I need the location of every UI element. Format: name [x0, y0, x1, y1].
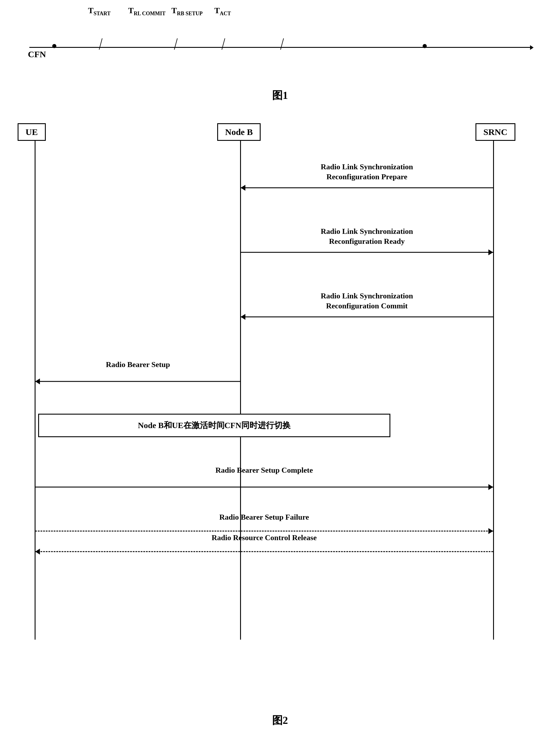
t-act-dot	[423, 44, 427, 48]
arrow-rl-sync-commit: Radio Link SynchronizationReconfiguratio…	[241, 308, 493, 326]
rb-setup-label: Radio Bearer Setup	[35, 360, 241, 370]
lifeline-nodeb	[240, 141, 241, 640]
arrow-head-commit	[241, 314, 245, 320]
lifeline-srnc	[493, 141, 494, 640]
tick-t-start	[99, 38, 102, 50]
entity-srnc: SRNC	[475, 123, 515, 141]
timeline-labels: TSTART TRL COMMIT TRB SETUP TACT	[88, 6, 249, 17]
lifeline-ue	[35, 141, 36, 640]
arrow-rrc-release: Radio Resource Control Release	[35, 546, 493, 557]
tick-t-act	[280, 38, 284, 50]
entity-ue: UE	[18, 123, 46, 141]
fig2-title: 图2	[0, 713, 560, 728]
entity-nodeb: Node B	[217, 123, 261, 141]
arrow-rb-setup-complete: Radio Bearer Setup Complete	[35, 478, 493, 496]
arrow-rl-sync-prepare: Radio Link SynchronizationReconfiguratio…	[241, 179, 493, 197]
figure-1: TSTART TRL COMMIT TRB SETUP TACT CFN 图1	[0, 0, 560, 112]
rb-setup-complete-label: Radio Bearer Setup Complete	[35, 465, 493, 475]
rl-sync-prepare-label: Radio Link SynchronizationReconfiguratio…	[241, 162, 493, 182]
arrow-head-ready	[488, 250, 493, 255]
figure-2: UE Node B SRNC Radio Link Synchronizatio…	[0, 117, 560, 730]
rl-sync-commit-label: Radio Link SynchronizationReconfiguratio…	[241, 291, 493, 311]
timeline-line	[29, 47, 531, 48]
t-act-label: TACT	[214, 6, 231, 17]
cfn-label: CFN	[28, 49, 46, 59]
tick-t-rb-setup	[222, 38, 225, 50]
arrow-head-prepare	[241, 185, 245, 191]
t-start-label: TSTART	[88, 6, 111, 17]
arrow-head-rb-complete	[488, 484, 493, 490]
arrow-head-rrc-release	[35, 549, 40, 554]
rl-sync-ready-label: Radio Link SynchronizationReconfiguratio…	[241, 227, 493, 247]
tick-t-rl-commit	[174, 38, 178, 50]
arrow-head-rb-setup	[35, 378, 40, 384]
rrc-release-label: Radio Resource Control Release	[35, 533, 493, 543]
rb-setup-failure-label: Radio Bearer Setup Failure	[35, 512, 493, 522]
cfn-start-dot	[52, 44, 56, 48]
arrow-rl-sync-ready: Radio Link SynchronizationReconfiguratio…	[241, 244, 493, 261]
arrow-rb-setup: Radio Bearer Setup	[35, 372, 241, 390]
t-rb-setup-label: TRB SETUP	[171, 6, 203, 17]
note-box: Node B和UE在激活时间CFN同时进行切换	[38, 414, 390, 437]
fig1-title: 图1	[0, 88, 560, 103]
t-rl-commit-label: TRL COMMIT	[128, 6, 166, 17]
